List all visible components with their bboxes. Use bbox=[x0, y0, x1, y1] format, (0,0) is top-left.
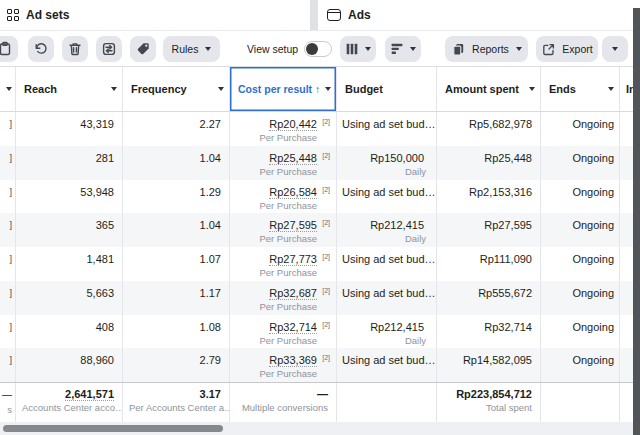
table-row[interactable]: ] 53,948 1.29 Rp26,584 [2] Per Purchase … bbox=[0, 180, 640, 214]
reports-caret-icon bbox=[516, 47, 522, 51]
delete-icon bbox=[67, 41, 83, 57]
entity-tabs: Ad sets Ads bbox=[0, 0, 640, 31]
budget-footer-cell bbox=[337, 383, 437, 424]
export-button[interactable]: Export bbox=[536, 36, 598, 62]
duplicate-button[interactable] bbox=[0, 36, 18, 62]
table-row[interactable]: ] 408 1.08 Rp32,714 [2] Per Purchase Rp2… bbox=[0, 315, 640, 349]
clipped-results-cell: ] bbox=[0, 112, 16, 146]
clipped-header-caret-icon bbox=[6, 87, 12, 91]
reach-cell: 365 bbox=[16, 213, 123, 247]
horizontal-scrollbar[interactable] bbox=[0, 422, 640, 435]
amount-spent-cell: Rp5,682,978 bbox=[437, 112, 541, 146]
amount-spent-cell: Rp25,448 bbox=[437, 146, 541, 180]
tab-ads[interactable]: Ads bbox=[318, 0, 640, 30]
breakdown-icon bbox=[390, 42, 404, 56]
toggle-knob bbox=[306, 43, 318, 55]
budget-cell: Using ad set bud… bbox=[337, 112, 437, 146]
cost-per-result-cell: Rp33,369 [2] Per Purchase bbox=[230, 348, 337, 382]
columns-button[interactable] bbox=[340, 36, 376, 62]
ends-column-header[interactable]: Ends bbox=[541, 67, 620, 111]
ends-cell: Ongoing bbox=[541, 146, 620, 180]
amount-spent-column-header[interactable]: Amount spent bbox=[437, 67, 541, 111]
cost-per-result-column-header[interactable]: Cost per result ↑ bbox=[230, 67, 337, 111]
reach-cell: 53,948 bbox=[16, 180, 123, 214]
toolbar: Rules View setup Reports Export bbox=[0, 31, 640, 67]
reach-column-header[interactable]: Reach bbox=[16, 67, 123, 111]
amount-spent-cell: Rp32,714 bbox=[437, 315, 541, 349]
frequency-column-header[interactable]: Frequency bbox=[123, 67, 230, 111]
ends-cell: Ongoing bbox=[541, 213, 620, 247]
table-row[interactable]: ] 5,663 1.17 Rp32,687 [2] Per Purchase U… bbox=[0, 281, 640, 315]
cost-per-result-cell: Rp25,448 [2] Per Purchase bbox=[230, 146, 337, 180]
sort-ascending-icon: ↑ bbox=[315, 83, 320, 95]
table-body: ] 43,319 2.27 Rp20,442 [2] Per Purchase … bbox=[0, 112, 640, 382]
view-setup-toggle[interactable] bbox=[304, 41, 332, 57]
ab-test-button[interactable] bbox=[96, 36, 122, 62]
table-row[interactable]: ] 365 1.04 Rp27,595 [2] Per Purchase Rp2… bbox=[0, 213, 640, 247]
reach-cell: 281 bbox=[16, 146, 123, 180]
reports-icon bbox=[451, 42, 466, 57]
table-row[interactable]: ] 1,481 1.07 Rp27,773 [2] Per Purchase U… bbox=[0, 247, 640, 281]
window-edge-scrollbar[interactable] bbox=[633, 8, 640, 435]
cost-per-result-cell: Rp32,714 [2] Per Purchase bbox=[230, 315, 337, 349]
ends-cell: Ongoing bbox=[541, 180, 620, 214]
budget-cell: Using ad set bud… bbox=[337, 281, 437, 315]
clipped-column-header bbox=[0, 67, 16, 111]
clipped-results-cell: ] bbox=[0, 281, 16, 315]
more-caret-icon bbox=[612, 47, 618, 51]
tab-ad-sets-label: Ad sets bbox=[26, 8, 69, 22]
budget-cell: Using ad set bud… bbox=[337, 247, 437, 281]
ends-cell: Ongoing bbox=[541, 281, 620, 315]
frequency-cell: 2.27 bbox=[123, 112, 230, 146]
breakdown-button[interactable] bbox=[385, 36, 421, 62]
view-setup-label: View setup bbox=[247, 43, 298, 55]
reach-cell: 88,960 bbox=[16, 348, 123, 382]
reach-cell: 408 bbox=[16, 315, 123, 349]
ad-sets-table: Reach Frequency Cost per result ↑ Budget… bbox=[0, 66, 640, 425]
amount-total-cell: Rp223,854,712 Total spent bbox=[437, 383, 541, 424]
cost-total-cell: — Multiple conversions bbox=[230, 383, 337, 424]
reports-button[interactable]: Reports bbox=[445, 36, 528, 62]
horizontal-scrollbar-thumb[interactable] bbox=[3, 425, 223, 432]
cost-per-result-cell: Rp27,773 [2] Per Purchase bbox=[230, 247, 337, 281]
tab-ad-sets[interactable]: Ad sets bbox=[0, 0, 310, 30]
export-label: Export bbox=[562, 43, 592, 55]
ends-cell: Ongoing bbox=[541, 348, 620, 382]
table-row[interactable]: ] 43,319 2.27 Rp20,442 [2] Per Purchase … bbox=[0, 112, 640, 146]
clipped-results-cell: ] bbox=[0, 180, 16, 214]
undo-button[interactable] bbox=[28, 36, 54, 62]
reach-caret-icon bbox=[111, 87, 117, 91]
delete-button[interactable] bbox=[62, 36, 88, 62]
ends-cell: Ongoing bbox=[541, 315, 620, 349]
amount-spent-cell: Rp14,582,095 bbox=[437, 348, 541, 382]
reach-total-cell: 2,641,571 Accounts Center acco… bbox=[16, 383, 123, 424]
cost-per-result-cell: Rp32,687 [2] Per Purchase bbox=[230, 281, 337, 315]
cost-per-result-cell: Rp20,442 [2] Per Purchase bbox=[230, 112, 337, 146]
table-row[interactable]: ] 281 1.04 Rp25,448 [2] Per Purchase Rp1… bbox=[0, 146, 640, 180]
budget-column-header[interactable]: Budget bbox=[337, 67, 437, 111]
amount-spent-cell: Rp2,153,316 bbox=[437, 180, 541, 214]
frequency-cell: 1.29 bbox=[123, 180, 230, 214]
ends-footer-cell bbox=[541, 383, 620, 424]
cost-caret-icon bbox=[325, 87, 331, 91]
amount-spent-cell: Rp27,595 bbox=[437, 213, 541, 247]
columns-caret-icon bbox=[365, 47, 371, 51]
budget-cell: Rp150,000 Daily bbox=[337, 146, 437, 180]
table-header-row: Reach Frequency Cost per result ↑ Budget… bbox=[0, 67, 640, 112]
reach-cell: 43,319 bbox=[16, 112, 123, 146]
ends-cell: Ongoing bbox=[541, 112, 620, 146]
reach-cell: 1,481 bbox=[16, 247, 123, 281]
amount-spent-cell: Rp111,090 bbox=[437, 247, 541, 281]
amount-spent-cell: Rp555,672 bbox=[437, 281, 541, 315]
reports-label: Reports bbox=[472, 43, 509, 55]
frequency-cell: 1.04 bbox=[123, 146, 230, 180]
table-row[interactable]: ] 88,960 2.79 Rp33,369 [2] Per Purchase … bbox=[0, 348, 640, 382]
tag-button[interactable] bbox=[130, 36, 156, 62]
cost-per-result-cell: Rp26,584 [2] Per Purchase bbox=[230, 180, 337, 214]
columns-icon bbox=[345, 42, 359, 56]
frequency-cell: 1.04 bbox=[123, 213, 230, 247]
more-actions-button[interactable] bbox=[602, 36, 628, 62]
budget-cell: Rp212,415 Daily bbox=[337, 213, 437, 247]
table-footer-row: — s 2,641,571 Accounts Center acco… 3.17… bbox=[0, 382, 640, 425]
rules-button[interactable]: Rules bbox=[163, 36, 220, 62]
